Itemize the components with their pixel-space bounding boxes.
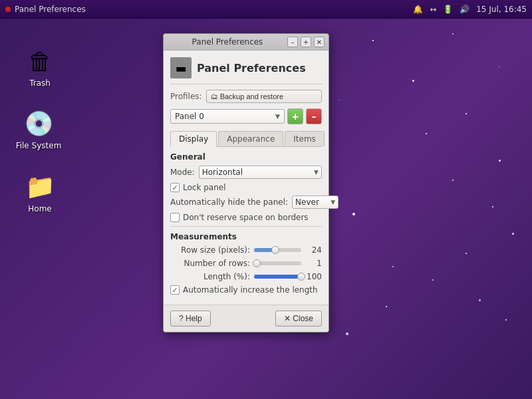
num-rows-track[interactable]	[254, 261, 301, 265]
panel-preferences-dialog: Panel Preferences – + ✕ ▬ Panel Preferen…	[163, 33, 329, 332]
dialog-header: ▬ Panel Preferences	[170, 57, 322, 84]
reserve-space-label: Don't reserve space on borders	[183, 213, 309, 222]
auto-hide-dropdown[interactable]: Never ▼	[292, 196, 338, 209]
length-row: Length (%): 100	[170, 272, 322, 281]
panel-icon: ▬	[175, 61, 186, 75]
star-12	[505, 319, 507, 321]
dialog-titlebar: Panel Preferences – + ✕	[164, 34, 329, 51]
close-button[interactable]: ✕ Close	[275, 311, 322, 327]
taskbar-title: Panel Preferences	[15, 5, 86, 14]
panel-dropdown-value: Panel 0	[175, 112, 204, 121]
remove-panel-button[interactable]: –	[306, 108, 322, 124]
mode-dropdown[interactable]: Horizontal ▼	[199, 166, 322, 179]
dialog-header-title: Panel Preferences	[197, 62, 306, 74]
star-10	[432, 279, 434, 281]
dialog-footer: ? Help ✕ Close	[164, 305, 329, 332]
num-rows-row: Number of rows: 1	[170, 259, 322, 268]
length-thumb[interactable]	[297, 273, 305, 281]
row-size-value: 24	[305, 245, 322, 255]
star-9	[466, 253, 467, 254]
volume-icon: 🔊	[460, 5, 469, 14]
filesystem-icon: 💿	[23, 108, 55, 140]
tab-appearance[interactable]: Appearance	[218, 131, 283, 146]
star-7	[492, 206, 493, 207]
length-value: 100	[305, 272, 322, 281]
clock: 15 Jul, 16:45	[476, 5, 527, 14]
star-5	[499, 160, 501, 162]
dialog-title: Panel Preferences	[168, 37, 287, 47]
add-panel-button[interactable]: +	[287, 108, 303, 124]
num-rows-thumb[interactable]	[253, 259, 261, 267]
star-19	[386, 306, 387, 307]
battery-icon: 🔋	[443, 5, 453, 14]
help-button[interactable]: ? Help	[170, 311, 211, 327]
reserve-space-checkbox[interactable]	[170, 213, 180, 222]
auto-hide-value: Never	[295, 198, 319, 207]
star-16	[392, 266, 394, 267]
mode-row: Mode: Horizontal ▼	[170, 166, 322, 179]
measurements-section-title: Measurements	[170, 232, 322, 241]
row-size-thumb[interactable]	[271, 246, 279, 254]
taskbar-left: Panel Preferences	[5, 5, 86, 14]
auto-length-checkbox[interactable]	[170, 285, 180, 295]
trash-label: Trash	[29, 78, 51, 88]
home-icon: 📁	[24, 171, 56, 203]
star-18	[452, 33, 454, 35]
general-section: General Mode: Horizontal ▼ Lock panel Au…	[170, 152, 322, 222]
panel-selector-row: Panel 0 ▼ + –	[170, 108, 322, 124]
desktop-icon-home[interactable]: 📁 Home	[13, 168, 66, 216]
taskbar-indicator	[5, 7, 11, 12]
mode-value: Horizontal	[202, 168, 243, 177]
star-1	[372, 40, 374, 41]
auto-length-row: Automatically increase the length	[170, 285, 322, 295]
star-8	[512, 233, 514, 235]
minimize-button[interactable]: –	[287, 37, 298, 47]
maximize-button[interactable]: +	[301, 37, 311, 47]
panel-dropdown[interactable]: Panel 0 ▼	[170, 109, 285, 124]
header-icon: ▬	[170, 57, 192, 78]
tab-display[interactable]: Display	[170, 131, 217, 147]
mode-label: Mode:	[170, 168, 195, 177]
close-window-button[interactable]: ✕	[314, 37, 325, 47]
auto-hide-row: Automatically hide the panel: Never ▼	[170, 196, 322, 209]
filesystem-label: File System	[16, 141, 62, 150]
network-icon: ↔	[430, 5, 436, 14]
profiles-label: Profiles:	[170, 92, 202, 101]
row-size-row: Row size (pixels): 24	[170, 245, 322, 255]
measurements-section: Measurements Row size (pixels): 24 Numbe…	[170, 232, 322, 295]
mode-chevron: ▼	[314, 169, 319, 176]
length-track[interactable]	[254, 275, 301, 279]
auto-hide-chevron: ▼	[331, 199, 335, 205]
length-label: Length (%):	[170, 272, 250, 281]
profiles-row: Profiles: 🗂 Backup and restore	[170, 90, 322, 103]
desktop-icon-filesystem[interactable]: 💿 File System	[12, 105, 65, 153]
row-size-track[interactable]	[254, 248, 301, 252]
star-2	[412, 80, 414, 82]
star-11	[479, 299, 481, 301]
taskbar: Panel Preferences 🔔 ↔ 🔋 🔊 15 Jul, 16:45	[0, 0, 532, 19]
length-fill	[254, 275, 301, 279]
star-4	[426, 133, 427, 134]
lock-panel-label: Lock panel	[183, 183, 225, 192]
auto-hide-label: Automatically hide the panel:	[170, 198, 288, 207]
bell-icon: 🔔	[413, 5, 423, 14]
general-section-title: General	[170, 152, 322, 162]
taskbar-right: 🔔 ↔ 🔋 🔊 15 Jul, 16:45	[413, 5, 527, 14]
auto-length-label: Automatically increase the length	[183, 285, 318, 295]
backup-restore-button[interactable]: 🗂 Backup and restore	[206, 90, 322, 103]
reserve-space-row: Don't reserve space on borders	[170, 213, 322, 222]
star-13	[346, 332, 348, 335]
star-15	[339, 100, 340, 100]
dialog-body: ▬ Panel Preferences Profiles: 🗂 Backup a…	[164, 51, 329, 305]
tab-items[interactable]: Items	[285, 131, 325, 146]
star-17	[499, 66, 499, 67]
star-6	[452, 180, 454, 181]
num-rows-label: Number of rows:	[170, 259, 250, 268]
lock-panel-checkbox[interactable]	[170, 183, 180, 192]
window-controls[interactable]: – + ✕	[287, 37, 325, 47]
desktop-icon-trash[interactable]: 🗑 Trash	[13, 43, 66, 90]
lock-panel-row: Lock panel	[170, 183, 322, 192]
section-separator	[170, 226, 322, 227]
num-rows-value: 1	[305, 259, 322, 268]
home-label: Home	[28, 204, 51, 213]
